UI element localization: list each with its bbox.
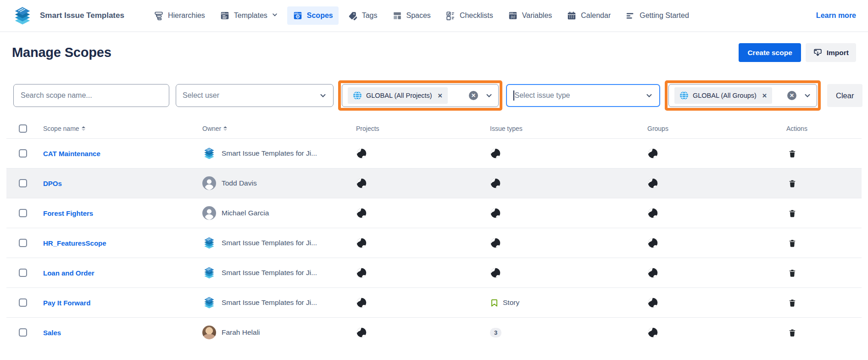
- delete-scope-button[interactable]: [786, 147, 798, 160]
- select-issue-type-dropdown[interactable]: Select issue type: [506, 84, 660, 107]
- spaces-icon: [392, 11, 402, 21]
- learn-more-link[interactable]: Learn more: [816, 11, 856, 20]
- issue-types-cell: [483, 237, 640, 248]
- projects-filter-select[interactable]: GLOBAL (All Projects) ✕ ✕: [342, 84, 499, 107]
- scope-name-link[interactable]: Sales: [43, 329, 61, 337]
- column-header-projects: Projects: [349, 125, 483, 132]
- clear-selection-icon[interactable]: ✕: [469, 91, 478, 100]
- clear-filters-button[interactable]: Clear: [827, 84, 862, 107]
- tags-icon: [348, 11, 358, 21]
- delete-scope-button[interactable]: [786, 326, 798, 339]
- scope-name-link[interactable]: Forest Fighters: [43, 209, 93, 217]
- text-caret: [513, 90, 514, 101]
- trash-icon: [788, 149, 796, 158]
- issue-type-count-badge: 3: [490, 328, 501, 338]
- nav-item-variables[interactable]: (x)Variables: [502, 6, 558, 25]
- table-row-sales: SalesFarah Helali3: [6, 317, 862, 347]
- column-header-owner[interactable]: Owner: [195, 125, 349, 132]
- remove-tag-icon[interactable]: ✕: [438, 92, 443, 99]
- globe-icon: [647, 237, 658, 248]
- create-scope-button[interactable]: Create scope: [739, 43, 801, 62]
- chevron-down-icon[interactable]: [804, 92, 811, 99]
- trash-icon: [788, 179, 796, 188]
- nav-item-spaces[interactable]: Spaces: [387, 6, 436, 25]
- row-checkbox[interactable]: [19, 328, 27, 337]
- chevron-down-icon[interactable]: [485, 92, 493, 99]
- app-logo-avatar: [202, 296, 216, 309]
- app-logo-avatar: [202, 146, 216, 160]
- row-checkbox[interactable]: [19, 239, 27, 247]
- globe-icon: [490, 178, 501, 189]
- column-header-groups: Groups: [640, 125, 779, 132]
- nav-item-label: Getting Started: [640, 11, 689, 20]
- globe-icon: [356, 148, 367, 159]
- table-row-hr-featuresscope: HR_FeaturesScopeSmart Issue Templates fo…: [6, 228, 862, 258]
- select-all-checkbox[interactable]: [19, 124, 27, 133]
- row-checkbox[interactable]: [19, 298, 27, 307]
- table-body: CAT MaintenanceSmart Issue Templates for…: [6, 138, 862, 347]
- projects-cell: [349, 267, 483, 278]
- nav-item-label: Templates: [234, 11, 267, 20]
- scope-name-link[interactable]: HR_FeaturesScope: [43, 239, 106, 247]
- nav-item-scopes[interactable]: Scopes: [287, 6, 339, 25]
- delete-scope-button[interactable]: [786, 177, 798, 190]
- column-header-scope-name[interactable]: Scope name: [36, 125, 195, 132]
- groups-cell: [640, 208, 779, 219]
- scope-name-link[interactable]: Pay It Forward: [43, 299, 90, 307]
- row-checkbox[interactable]: [19, 209, 27, 217]
- clear-selection-icon[interactable]: ✕: [787, 91, 796, 100]
- import-button[interactable]: Import: [806, 43, 856, 62]
- delete-scope-button[interactable]: [786, 207, 798, 219]
- nav-item-tags[interactable]: Tags: [342, 6, 383, 25]
- owner-name: Farah Helali: [222, 328, 260, 337]
- issue-types-cell: [483, 208, 640, 219]
- nav-item-checklists[interactable]: Checklists: [440, 6, 499, 25]
- checklists-icon: [445, 11, 456, 21]
- nav-item-calendar[interactable]: Calendar: [561, 6, 616, 25]
- app-brand: Smart Issue Templates: [12, 5, 124, 26]
- owner-cell: Michael Garcia: [202, 206, 269, 220]
- nav-item-getting-started[interactable]: Getting Started: [620, 6, 695, 25]
- search-scope-input[interactable]: [13, 84, 169, 107]
- delete-scope-button[interactable]: [786, 297, 798, 309]
- row-checkbox[interactable]: [19, 269, 27, 277]
- scope-name-link[interactable]: Loan and Order: [43, 269, 95, 277]
- issue-types-cell: [483, 178, 640, 189]
- column-header-issue-types: Issue types: [483, 125, 640, 132]
- getting-started-icon: [625, 11, 635, 21]
- issue-types-cell: 3: [483, 328, 640, 338]
- table-row-forest-fighters: Forest FightersMichael Garcia: [6, 198, 862, 228]
- chevron-down-icon: [319, 92, 327, 99]
- sort-icon[interactable]: [223, 126, 227, 131]
- sort-icon[interactable]: [82, 126, 85, 131]
- remove-tag-icon[interactable]: ✕: [762, 92, 767, 99]
- chevron-down-icon: [645, 92, 653, 99]
- projects-cell: [349, 297, 483, 308]
- globe-icon: [679, 91, 689, 100]
- scope-name-link[interactable]: CAT Maintenance: [43, 150, 100, 158]
- groups-cell: [640, 327, 779, 338]
- groups-filter-select[interactable]: GLOBAL (All Groups) ✕ ✕: [668, 84, 817, 107]
- globe-icon: [490, 267, 501, 278]
- row-checkbox[interactable]: [19, 149, 27, 158]
- scopes-icon: [293, 11, 303, 21]
- calendar-icon: [567, 11, 577, 21]
- groups-cell: [640, 297, 779, 308]
- projects-filter-tag: GLOBAL (All Projects) ✕: [348, 87, 448, 104]
- row-checkbox[interactable]: [19, 179, 27, 187]
- nav-item-hierarchies[interactable]: Hierarchies: [148, 6, 211, 25]
- globe-icon: [356, 237, 367, 248]
- globe-icon: [647, 148, 658, 159]
- projects-cell: [349, 327, 483, 338]
- projects-filter-value: GLOBAL (All Projects): [366, 92, 432, 99]
- table-header-row: Scope nameOwnerProjectsIssue typesGroups…: [6, 119, 862, 138]
- select-user-dropdown[interactable]: Select user: [176, 84, 334, 107]
- delete-scope-button[interactable]: [786, 267, 798, 279]
- owner-cell: Todd Davis: [202, 176, 257, 190]
- projects-cell: [349, 148, 483, 159]
- delete-scope-button[interactable]: [786, 237, 798, 249]
- nav-item-templates[interactable]: Templates: [214, 6, 284, 25]
- issue-types-cell: Story: [483, 298, 640, 307]
- groups-filter-value: GLOBAL (All Groups): [693, 92, 757, 99]
- scope-name-link[interactable]: DPOs: [43, 180, 62, 187]
